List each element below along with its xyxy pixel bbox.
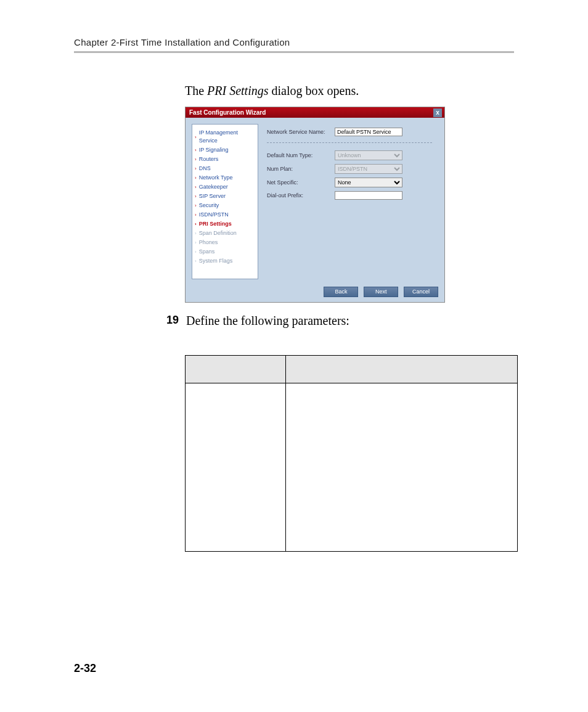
wizard-screenshot: Fast Configuration Wizard x ›IP Manageme… [185, 107, 514, 303]
wizard-footer: Back Next Cancel [186, 284, 444, 302]
table-cell [286, 383, 518, 552]
intro-emph: PRI Settings [207, 84, 268, 97]
nav-system-flags: ›System Flags [195, 256, 255, 266]
step-line: 19 Define the following parameters: [74, 314, 514, 328]
nav-phones: ›Phones [195, 238, 255, 247]
back-button[interactable]: Back [324, 287, 358, 297]
wizard-titlebar: Fast Configuration Wizard x [186, 107, 444, 118]
nav-label: Routers [199, 155, 219, 163]
page-number: 2-32 [74, 662, 96, 675]
nav-security[interactable]: ›Security [195, 201, 255, 210]
chevron-right-icon: › [195, 229, 197, 237]
net-specific-select[interactable]: None [335, 178, 402, 187]
nav-label: Spans [199, 248, 215, 256]
chevron-right-icon: › [195, 174, 197, 182]
nav-label: Phones [199, 239, 218, 247]
chevron-right-icon: › [195, 202, 197, 210]
wizard-nav: ›IP Management Service ›IP Signaling ›Ro… [192, 124, 258, 279]
dial-out-prefix-input[interactable] [335, 191, 402, 200]
wizard-form: Network Service Name: Default Num Type: … [258, 124, 438, 279]
default-num-type-label: Default Num Type: [267, 152, 335, 158]
table-row [186, 383, 518, 552]
nav-label: Security [199, 202, 219, 210]
nav-ip-signaling[interactable]: ›IP Signaling [195, 145, 255, 155]
close-icon[interactable]: x [433, 108, 442, 117]
nav-label: Gatekeeper [199, 183, 228, 191]
wizard-dialog: Fast Configuration Wizard x ›IP Manageme… [185, 107, 445, 303]
nav-spans: ›Spans [195, 247, 255, 256]
nav-routers[interactable]: ›Routers [195, 155, 255, 164]
nav-label: Span Definition [199, 229, 237, 237]
net-specific-label: Net Specific: [267, 179, 335, 186]
nav-label: ISDN/PSTN [199, 211, 229, 219]
chevron-right-icon: › [195, 133, 197, 141]
step-number: 19 [154, 314, 179, 328]
num-plan-label: Num Plan: [267, 166, 335, 172]
nav-label: Network Type [199, 174, 233, 182]
num-plan-select: ISDN/PSTN [335, 164, 402, 174]
nav-label: System Flags [199, 257, 233, 265]
service-name-label: Network Service Name: [267, 129, 335, 135]
chevron-right-icon: › [195, 155, 197, 163]
chevron-right-icon: › [195, 192, 197, 200]
nav-sip-server[interactable]: ›SIP Server [195, 192, 255, 201]
nav-isdn-pstn[interactable]: ›ISDN/PSTN [195, 210, 255, 219]
table-header-2 [286, 356, 518, 383]
chevron-right-icon: › [195, 183, 197, 191]
nav-label: SIP Server [199, 192, 226, 200]
nav-pri-settings[interactable]: ›PRI Settings [195, 219, 255, 229]
chevron-right-icon: › [195, 248, 197, 256]
step-text: Define the following parameters: [186, 314, 349, 328]
intro-line: The PRI Settings dialog box opens. [185, 84, 514, 98]
nav-label: IP Management Service [199, 129, 255, 145]
nav-network-type[interactable]: ›Network Type [195, 173, 255, 182]
nav-dns[interactable]: ›DNS [195, 164, 255, 173]
table-header-1 [186, 356, 286, 383]
nav-span-definition: ›Span Definition [195, 229, 255, 238]
nav-label: IP Signaling [199, 146, 229, 154]
chapter-header: Chapter 2-First Time Installation and Co… [74, 37, 514, 47]
chevron-right-icon: › [195, 146, 197, 154]
chevron-right-icon: › [195, 165, 197, 173]
nav-label: DNS [199, 165, 211, 173]
parameters-table [185, 355, 518, 552]
chevron-right-icon: › [195, 220, 197, 228]
dial-out-prefix-label: Dial-out Prefix: [267, 192, 335, 198]
nav-ip-management-service[interactable]: ›IP Management Service [195, 128, 255, 145]
nav-gatekeeper[interactable]: ›Gatekeeper [195, 182, 255, 192]
cancel-button[interactable]: Cancel [404, 287, 438, 297]
default-num-type-select: Unknown [335, 150, 402, 160]
form-separator [267, 142, 432, 143]
intro-suffix: dialog box opens. [269, 84, 359, 97]
next-button[interactable]: Next [364, 287, 398, 297]
service-name-input[interactable] [335, 128, 402, 136]
chevron-right-icon: › [195, 257, 197, 265]
chevron-right-icon: › [195, 239, 197, 247]
nav-label: PRI Settings [199, 220, 232, 228]
wizard-title-text: Fast Configuration Wizard [189, 109, 266, 116]
intro-prefix: The [185, 84, 207, 97]
header-rule [74, 51, 514, 53]
chevron-right-icon: › [195, 211, 197, 219]
table-cell [186, 383, 286, 552]
